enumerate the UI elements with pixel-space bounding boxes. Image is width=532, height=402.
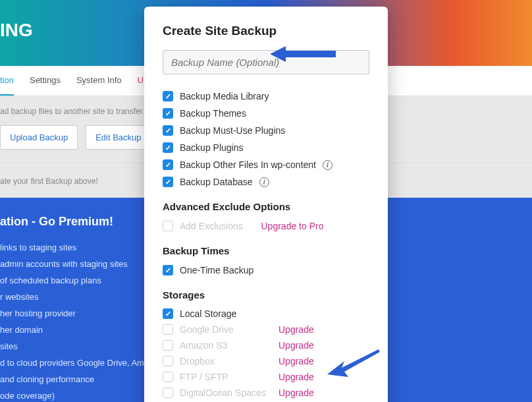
checkbox-icon[interactable] <box>163 308 173 319</box>
upgrade-link[interactable]: Upgrade <box>279 388 314 398</box>
checkbox-icon <box>163 372 173 382</box>
opt-plugins[interactable]: Backup Plugins <box>163 139 369 156</box>
create-backup-modal: Create Site Backup Backup Media Library … <box>144 7 388 402</box>
checkbox-icon <box>163 388 173 398</box>
advanced-heading: Advanced Exclude Options <box>163 201 369 212</box>
storage-ftp: FTP / SFTPUpgrade <box>163 369 369 385</box>
checkbox-icon <box>163 324 173 335</box>
storage-label: Dropbox <box>180 356 272 366</box>
storage-local[interactable]: Local Storage <box>163 306 369 322</box>
checkbox-icon <box>163 340 173 351</box>
opt-label: Backup Media Library <box>180 91 269 101</box>
opt-themes[interactable]: Backup Themes <box>163 105 369 122</box>
info-icon[interactable]: i <box>323 160 332 170</box>
upgrade-pro-link[interactable]: Upgrade to Pro <box>261 221 324 231</box>
opt-other-files[interactable]: Backup Other Files In wp-contenti <box>163 156 369 173</box>
checkbox-icon[interactable] <box>163 91 173 101</box>
backup-name-input[interactable] <box>163 50 369 74</box>
opt-label: Add Exclusions <box>180 221 243 231</box>
opt-label: One-Time Backup <box>180 265 253 275</box>
checkbox-icon[interactable] <box>163 177 173 187</box>
opt-add-exclusions: Add Exclusions Upgrade to Pro <box>163 217 369 235</box>
modal-title: Create Site Backup <box>163 24 369 38</box>
upgrade-link[interactable]: Upgrade <box>279 340 314 351</box>
storage-label: Google Drive <box>180 324 272 335</box>
opt-media[interactable]: Backup Media Library <box>163 88 369 105</box>
checkbox-icon[interactable] <box>163 108 173 119</box>
storage-dropbox: DropboxUpgrade <box>163 353 369 369</box>
storage-s3: Amazon S3Upgrade <box>163 337 369 353</box>
checkbox-icon <box>163 221 173 231</box>
upgrade-link[interactable]: Upgrade <box>279 356 314 366</box>
storage-gdrive: Google DriveUpgrade <box>163 322 369 337</box>
opt-mu-plugins[interactable]: Backup Must-Use Plugins <box>163 122 369 139</box>
info-icon[interactable]: i <box>259 177 269 187</box>
opt-label: Backup Must-Use Plugins <box>180 125 285 136</box>
opt-label: Backup Other Files In wp-content <box>180 159 316 170</box>
checkbox-icon[interactable] <box>163 125 173 136</box>
opt-label: Backup Plugins <box>180 142 244 153</box>
checkbox-icon[interactable] <box>163 265 173 275</box>
times-heading: Backup Times <box>163 245 369 256</box>
checkbox-icon[interactable] <box>163 159 173 170</box>
opt-one-time[interactable]: One-Time Backup <box>163 262 369 279</box>
checkbox-icon[interactable] <box>163 142 173 153</box>
checkbox-icon <box>163 356 173 366</box>
storage-do: DigitalOcean SpacesUpgrade <box>163 385 369 401</box>
opt-label: Backup Themes <box>180 108 246 119</box>
opt-label: Backup Database <box>180 177 253 187</box>
opt-database[interactable]: Backup Databasei <box>163 173 369 190</box>
storage-label: Local Storage <box>180 308 272 319</box>
upgrade-link[interactable]: Upgrade <box>279 372 314 382</box>
upgrade-link[interactable]: Upgrade <box>279 324 314 335</box>
storage-label: DigitalOcean Spaces <box>180 388 272 398</box>
storages-heading: Storages <box>163 289 369 301</box>
storage-label: Amazon S3 <box>180 340 272 351</box>
modal-overlay: Create Site Backup Backup Media Library … <box>0 0 532 402</box>
storage-label: FTP / SFTP <box>180 372 272 382</box>
